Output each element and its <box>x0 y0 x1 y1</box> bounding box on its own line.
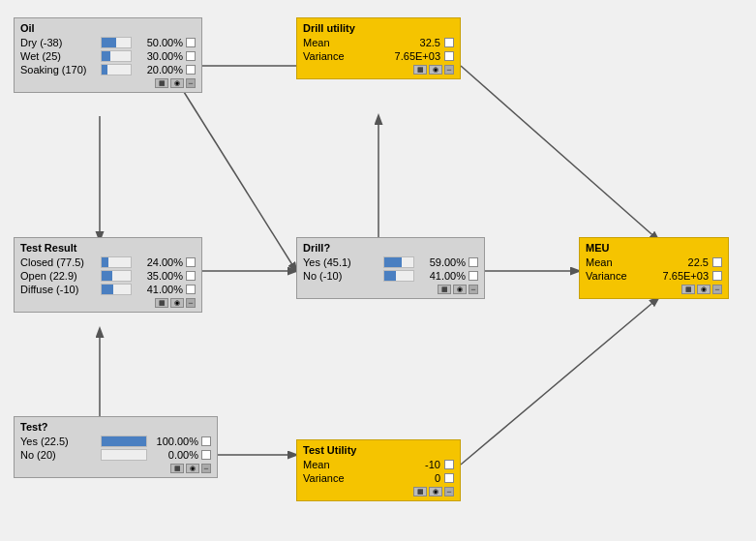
drill-utility-variance-row: Variance 7.65E+03 <box>303 50 454 62</box>
test-utility-mean-row: Mean -10 <box>303 459 454 470</box>
tr-footer: ▦ ◉ − <box>20 298 196 308</box>
tr-pct-diffuse: 41.00% <box>135 284 183 295</box>
oil-label-dry: Dry (-38) <box>20 37 98 48</box>
drill-footer: ▦ ◉ − <box>303 285 478 294</box>
tr-row-open: Open (22.9) 35.00% <box>20 270 196 282</box>
tr-bar-diffuse <box>101 284 132 295</box>
drill-utility-minus-btn[interactable]: − <box>444 65 454 75</box>
oil-pct-dry: 50.00% <box>135 37 183 48</box>
drill-minus-btn[interactable]: − <box>469 285 478 294</box>
meu-mean-val: 22.5 <box>644 256 709 268</box>
test-label-no: No (20) <box>20 449 98 461</box>
oil-eye-icon[interactable]: ◉ <box>170 78 184 88</box>
test-utility-mean-val: -10 <box>361 459 440 470</box>
drill-utility-variance-val: 7.65E+03 <box>361 50 440 62</box>
meu-variance-checkbox[interactable] <box>712 271 722 281</box>
tr-bar-closed <box>101 256 132 268</box>
drill-utility-mean-row: Mean 32.5 <box>303 37 454 48</box>
test-utility-variance-val: 0 <box>361 472 440 484</box>
oil-checkbox-soaking[interactable] <box>186 65 196 75</box>
oil-bar-wet <box>101 50 132 62</box>
drill-row-no: No (-10) 41.00% <box>303 270 478 282</box>
oil-row-wet: Wet (25) 30.00% <box>20 50 196 62</box>
test-pct-no: 0.00% <box>150 449 198 461</box>
drill-utility-mean-checkbox[interactable] <box>444 38 454 47</box>
drill-eye-icon[interactable]: ◉ <box>453 285 467 294</box>
oil-row-soaking: Soaking (170) 20.00% <box>20 64 196 75</box>
drill-node: Drill? Yes (45.1) 59.00% No (-10) 41.00%… <box>296 237 485 299</box>
drill-utility-variance-checkbox[interactable] <box>444 51 454 61</box>
svg-line-9 <box>461 298 658 465</box>
oil-grid-icon[interactable]: ▦ <box>155 78 168 88</box>
drill-utility-node: Drill utility Mean 32.5 Variance 7.65E+0… <box>296 17 461 79</box>
test-footer: ▦ ◉ − <box>20 464 211 473</box>
drill-utility-title: Drill utility <box>303 22 454 34</box>
drill-utility-mean-val: 32.5 <box>361 37 440 48</box>
test-bar-no <box>101 449 147 461</box>
drill-bar-no <box>383 270 414 282</box>
drill-bar-yes <box>383 256 414 268</box>
tr-checkbox-closed[interactable] <box>186 257 196 267</box>
tr-checkbox-open[interactable] <box>186 271 196 281</box>
drill-grid-icon[interactable]: ▦ <box>438 285 451 294</box>
tr-checkbox-diffuse[interactable] <box>186 285 196 294</box>
test-checkbox-no[interactable] <box>201 450 211 460</box>
test-bar-yes <box>101 436 147 447</box>
drill-bar-fill-no <box>384 271 396 281</box>
test-pct-yes: 100.00% <box>150 436 198 447</box>
test-label-yes: Yes (22.5) <box>20 436 98 447</box>
oil-bar-fill-soaking <box>102 65 107 75</box>
meu-mean-row: Mean 22.5 <box>586 256 722 268</box>
tr-eye-icon[interactable]: ◉ <box>170 298 184 308</box>
tr-label-diffuse: Diffuse (-10) <box>20 284 98 295</box>
meu-minus-btn[interactable]: − <box>712 285 722 294</box>
test-utility-eye-icon[interactable]: ◉ <box>429 487 442 496</box>
oil-footer: ▦ ◉ − <box>20 78 196 88</box>
meu-grid-icon[interactable]: ▦ <box>681 285 695 294</box>
meu-eye-icon[interactable]: ◉ <box>697 285 711 294</box>
svg-line-6 <box>461 66 658 240</box>
test-utility-minus-btn[interactable]: − <box>444 487 454 496</box>
test-minus-btn[interactable]: − <box>201 464 211 473</box>
test-utility-variance-row: Variance 0 <box>303 472 454 484</box>
tr-pct-open: 35.00% <box>135 270 183 282</box>
test-utility-mean-checkbox[interactable] <box>444 460 454 469</box>
tr-grid-icon[interactable]: ▦ <box>155 298 168 308</box>
oil-bar-fill-dry <box>102 38 116 47</box>
drill-row-yes: Yes (45.1) 59.00% <box>303 256 478 268</box>
oil-checkbox-wet[interactable] <box>186 51 196 61</box>
tr-row-diffuse: Diffuse (-10) 41.00% <box>20 284 196 295</box>
meu-footer: ▦ ◉ − <box>586 285 722 294</box>
drill-checkbox-no[interactable] <box>469 271 478 281</box>
drill-utility-grid-icon[interactable]: ▦ <box>413 65 427 75</box>
test-bar-fill-yes <box>102 436 146 446</box>
oil-label-wet: Wet (25) <box>20 50 98 62</box>
drill-utility-footer: ▦ ◉ − <box>303 65 454 75</box>
oil-checkbox-dry[interactable] <box>186 38 196 47</box>
oil-node: Oil Dry (-38) 50.00% Wet (25) 30.00% Soa… <box>14 17 202 93</box>
test-utility-variance-checkbox[interactable] <box>444 473 454 483</box>
drill-label-no: No (-10) <box>303 270 380 282</box>
drill-label-yes: Yes (45.1) <box>303 256 380 268</box>
tr-bar-fill-closed <box>102 257 108 267</box>
tr-bar-open <box>101 270 132 282</box>
tr-pct-closed: 24.00% <box>135 256 183 268</box>
meu-mean-checkbox[interactable] <box>712 257 722 267</box>
drill-title: Drill? <box>303 242 478 254</box>
oil-minus-btn[interactable]: − <box>186 78 196 88</box>
test-eye-icon[interactable]: ◉ <box>186 464 199 473</box>
oil-title: Oil <box>20 22 196 34</box>
drill-utility-eye-icon[interactable]: ◉ <box>429 65 442 75</box>
test-utility-grid-icon[interactable]: ▦ <box>413 487 427 496</box>
test-grid-icon[interactable]: ▦ <box>170 464 184 473</box>
meu-variance-row: Variance 7.65E+03 <box>586 270 722 282</box>
tr-bar-fill-diffuse <box>102 285 113 294</box>
oil-pct-soaking: 20.00% <box>135 64 183 75</box>
test-row-no: No (20) 0.00% <box>20 449 211 461</box>
meu-variance-label: Variance <box>586 270 644 282</box>
test-checkbox-yes[interactable] <box>201 436 211 446</box>
drill-checkbox-yes[interactable] <box>469 257 478 267</box>
test-row-yes: Yes (22.5) 100.00% <box>20 436 211 447</box>
drill-pct-yes: 59.00% <box>417 256 466 268</box>
tr-minus-btn[interactable]: − <box>186 298 196 308</box>
